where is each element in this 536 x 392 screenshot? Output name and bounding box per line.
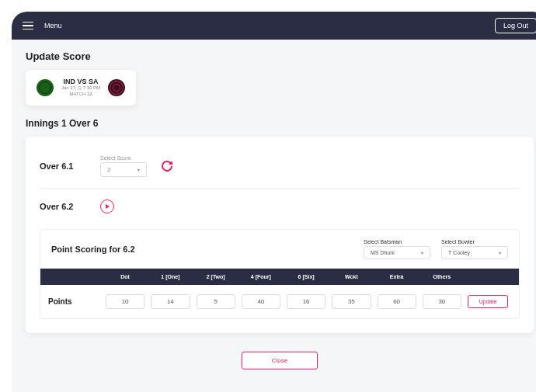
th-four: 4 [Four] bbox=[238, 274, 284, 279]
th-others: Others bbox=[419, 274, 465, 279]
points-table-header: Dot 1 [One] 2 [Two] 4 [Four] 6 [Six] Wck… bbox=[40, 269, 519, 285]
chevron-down-icon: ▾ bbox=[421, 250, 423, 255]
divider bbox=[40, 188, 520, 189]
scoring-panel: Point Scoring for 6.2 Select Batsman MS … bbox=[40, 229, 520, 319]
select-score-label: Select Score bbox=[100, 155, 147, 161]
over-label: Over 6.1 bbox=[40, 161, 86, 171]
points-input-others[interactable]: 30 bbox=[423, 294, 461, 309]
chevron-down-icon: ▾ bbox=[499, 250, 501, 255]
over-row-6-1: Over 6.1 Select Score 2 ▾ bbox=[40, 151, 520, 182]
match-date: Jan 27, Q 7:30 PM bbox=[61, 85, 100, 92]
over-label: Over 6.2 bbox=[40, 202, 86, 211]
batsman-dropdown[interactable]: MS Dhoni ▾ bbox=[364, 246, 430, 259]
th-extra: Extra bbox=[374, 274, 419, 279]
over-row-6-2: Over 6.2 bbox=[40, 195, 520, 218]
points-input-extra[interactable]: 60 bbox=[378, 294, 416, 309]
th-six: 6 [Six] bbox=[284, 274, 329, 279]
top-navigation: Menu Log Out bbox=[12, 12, 536, 40]
points-row: Points 10 14 5 40 16 35 60 30 Update bbox=[40, 285, 519, 318]
chevron-down-icon: ▾ bbox=[137, 167, 140, 172]
match-title: IND VS SA bbox=[61, 78, 100, 85]
points-input-four[interactable]: 40 bbox=[242, 294, 280, 309]
team-icon-ind bbox=[37, 79, 54, 96]
play-icon[interactable] bbox=[100, 199, 114, 213]
page-title: Update Score bbox=[26, 50, 534, 62]
scoring-title: Point Scoring for 6.2 bbox=[51, 245, 135, 254]
points-label: Points bbox=[48, 297, 103, 306]
hamburger-icon[interactable] bbox=[23, 22, 33, 30]
th-one: 1 [One] bbox=[148, 274, 193, 279]
match-number: MATCH 22 bbox=[61, 92, 100, 98]
points-input-wckt[interactable]: 35 bbox=[332, 294, 371, 309]
match-card[interactable]: IND VS SA Jan 27, Q 7:30 PM MATCH 22 bbox=[26, 70, 136, 106]
score-dropdown[interactable]: 2 ▾ bbox=[100, 162, 147, 177]
team-icon-sa bbox=[108, 79, 125, 96]
points-input-six[interactable]: 16 bbox=[287, 294, 325, 309]
th-wckt: Wckt bbox=[329, 274, 374, 279]
bowler-label: Select Bowler bbox=[441, 239, 508, 245]
points-input-two[interactable]: 5 bbox=[197, 294, 235, 309]
th-two: 2 [Two] bbox=[193, 274, 238, 279]
update-button[interactable]: Update bbox=[468, 295, 508, 308]
logout-button[interactable]: Log Out bbox=[495, 18, 536, 33]
menu-label: Menu bbox=[44, 22, 62, 29]
refresh-icon[interactable] bbox=[161, 160, 173, 172]
close-button[interactable]: Close bbox=[242, 352, 318, 369]
batsman-label: Select Batsman bbox=[364, 239, 430, 245]
points-input-one[interactable]: 14 bbox=[151, 294, 190, 309]
points-input-dot[interactable]: 10 bbox=[106, 294, 144, 309]
th-dot: Dot bbox=[103, 274, 148, 279]
bowler-dropdown[interactable]: T Cooley ▾ bbox=[441, 246, 508, 259]
innings-title: Innings 1 Over 6 bbox=[26, 118, 534, 129]
